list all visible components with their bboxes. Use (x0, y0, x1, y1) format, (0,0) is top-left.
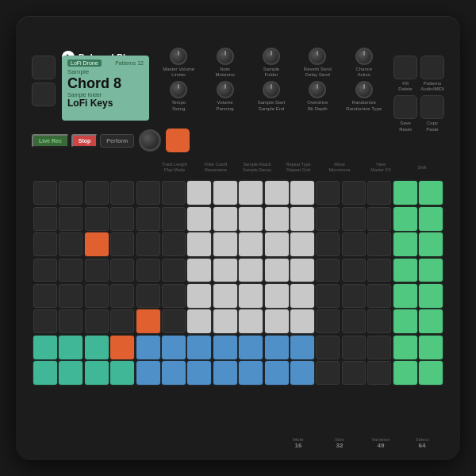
pad-r2-c11[interactable] (316, 232, 340, 256)
pad-r7-c0[interactable] (33, 361, 57, 385)
pad-r5-c12[interactable] (342, 309, 366, 333)
pad-r0-c10[interactable] (290, 181, 314, 205)
pad-r6-c4[interactable] (136, 336, 160, 359)
copy-paste-btn[interactable] (420, 95, 444, 119)
pad-r0-c12[interactable] (342, 181, 366, 205)
pad-r3-c0[interactable] (33, 259, 57, 282)
pad-r2-c5[interactable] (162, 232, 186, 256)
pad-r4-c5[interactable] (162, 284, 186, 308)
pad-r1-c14[interactable] (393, 207, 417, 231)
pad-r6-c12[interactable] (342, 336, 366, 359)
pad-r2-c13[interactable] (367, 232, 391, 256)
pad-r5-c11[interactable] (316, 309, 340, 333)
pad-r6-c2[interactable] (85, 336, 109, 359)
pad-r6-c3[interactable] (110, 336, 134, 359)
pad-r5-c5[interactable] (162, 309, 186, 333)
pad-r1-c15[interactable] (419, 207, 443, 231)
pad-r1-c3[interactable] (110, 207, 134, 231)
pad-r3-c9[interactable] (265, 259, 289, 282)
pad-r1-c6[interactable] (187, 207, 211, 231)
pad-r7-c12[interactable] (342, 361, 366, 385)
pad-r7-c5[interactable] (162, 361, 186, 385)
left-btn-1[interactable] (32, 56, 56, 79)
pad-r2-c12[interactable] (342, 232, 366, 256)
pad-r5-c8[interactable] (239, 309, 263, 333)
pad-r1-c11[interactable] (316, 207, 340, 231)
pad-r5-c10[interactable] (290, 309, 314, 333)
pad-r0-c13[interactable] (367, 181, 391, 205)
pad-r1-c7[interactable] (213, 207, 237, 231)
save-reset-btn[interactable] (393, 95, 417, 119)
pad-r6-c1[interactable] (59, 336, 83, 359)
stop-button[interactable]: Stop (71, 134, 98, 148)
knob-8[interactable] (263, 81, 280, 98)
pad-r4-c3[interactable] (110, 284, 134, 308)
pad-r6-c6[interactable] (187, 336, 211, 359)
fill-delete-btn[interactable] (393, 56, 417, 79)
knob-6[interactable] (170, 81, 187, 98)
pad-r4-c6[interactable] (187, 284, 211, 308)
pad-r2-c9[interactable] (265, 232, 289, 256)
pad-r3-c7[interactable] (213, 259, 237, 282)
pad-r7-c6[interactable] (187, 361, 211, 385)
pad-r3-c11[interactable] (316, 259, 340, 282)
pad-r7-c9[interactable] (265, 361, 289, 385)
pad-r2-c15[interactable] (419, 232, 443, 256)
knob-9[interactable] (309, 81, 326, 98)
pad-r5-c13[interactable] (367, 309, 391, 333)
pad-r4-c14[interactable] (393, 284, 417, 308)
pad-r3-c8[interactable] (239, 259, 263, 282)
pad-r1-c5[interactable] (162, 207, 186, 231)
pad-r1-c2[interactable] (85, 207, 109, 231)
pad-r0-c8[interactable] (239, 181, 263, 205)
knob-1[interactable] (170, 48, 187, 65)
pad-r4-c8[interactable] (239, 284, 263, 308)
pad-r3-c4[interactable] (136, 259, 160, 282)
pad-r4-c0[interactable] (33, 284, 57, 308)
pad-r3-c6[interactable] (187, 259, 211, 282)
pad-r3-c12[interactable] (342, 259, 366, 282)
pad-r6-c0[interactable] (33, 336, 57, 359)
pad-r0-c7[interactable] (213, 181, 237, 205)
pad-r5-c0[interactable] (33, 309, 57, 333)
pad-r0-c0[interactable] (33, 181, 57, 205)
pad-r5-c6[interactable] (187, 309, 211, 333)
pad-r7-c8[interactable] (239, 361, 263, 385)
pad-r4-c2[interactable] (85, 284, 109, 308)
orange-button[interactable] (166, 129, 190, 152)
pad-r0-c3[interactable] (110, 181, 134, 205)
pad-r0-c11[interactable] (316, 181, 340, 205)
pad-r4-c1[interactable] (59, 284, 83, 308)
pad-r7-c14[interactable] (393, 361, 417, 385)
pad-r2-c6[interactable] (187, 232, 211, 256)
pad-r5-c4[interactable] (136, 309, 160, 333)
pad-r4-c13[interactable] (367, 284, 391, 308)
pad-r4-c9[interactable] (265, 284, 289, 308)
pad-r7-c1[interactable] (59, 361, 83, 385)
pad-r1-c0[interactable] (33, 207, 57, 231)
live-rec-button[interactable]: Live Rec (32, 134, 69, 148)
pad-r1-c13[interactable] (367, 207, 391, 231)
pad-r6-c15[interactable] (419, 336, 443, 359)
pad-r3-c2[interactable] (85, 259, 109, 282)
knob-3[interactable] (263, 48, 280, 65)
knob-7[interactable] (217, 81, 234, 98)
pad-r0-c9[interactable] (265, 181, 289, 205)
pad-r1-c4[interactable] (136, 207, 160, 231)
pad-r0-c14[interactable] (393, 181, 417, 205)
pad-r7-c10[interactable] (290, 361, 314, 385)
pad-r3-c3[interactable] (110, 259, 134, 282)
pad-r2-c0[interactable] (33, 232, 57, 256)
pad-r7-c11[interactable] (316, 361, 340, 385)
pad-r6-c9[interactable] (265, 336, 289, 359)
pad-r1-c10[interactable] (290, 207, 314, 231)
pad-r0-c15[interactable] (419, 181, 443, 205)
pad-r7-c3[interactable] (110, 361, 134, 385)
pad-r6-c7[interactable] (213, 336, 237, 359)
pad-r4-c12[interactable] (342, 284, 366, 308)
pad-r5-c15[interactable] (419, 309, 443, 333)
pad-r4-c10[interactable] (290, 284, 314, 308)
pad-r5-c14[interactable] (393, 309, 417, 333)
pad-r1-c9[interactable] (265, 207, 289, 231)
pad-r5-c9[interactable] (265, 309, 289, 333)
